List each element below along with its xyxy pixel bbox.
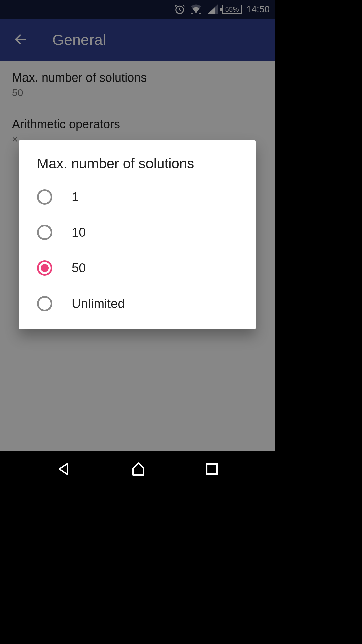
nav-back-icon[interactable] — [56, 461, 72, 478]
radio-option-50[interactable]: 50 — [19, 250, 256, 286]
nav-recent-icon[interactable] — [205, 462, 219, 477]
svg-rect-1 — [207, 464, 217, 474]
radio-option-unlimited[interactable]: Unlimited — [19, 286, 256, 321]
radio-label: Unlimited — [72, 297, 125, 311]
radio-icon — [37, 260, 52, 276]
dialog-max-solutions: Max. number of solutions 1 10 50 Unlimit… — [19, 140, 256, 329]
radio-icon — [37, 189, 52, 205]
radio-icon — [37, 225, 52, 240]
radio-option-1[interactable]: 1 — [19, 179, 256, 215]
radio-label: 1 — [72, 190, 79, 204]
radio-icon — [37, 296, 52, 311]
dialog-title: Max. number of solutions — [19, 140, 256, 179]
nav-home-icon[interactable] — [130, 461, 146, 478]
radio-option-10[interactable]: 10 — [19, 215, 256, 250]
radio-label: 50 — [72, 261, 86, 275]
radio-label: 10 — [72, 225, 86, 240]
navigation-bar — [0, 451, 275, 488]
